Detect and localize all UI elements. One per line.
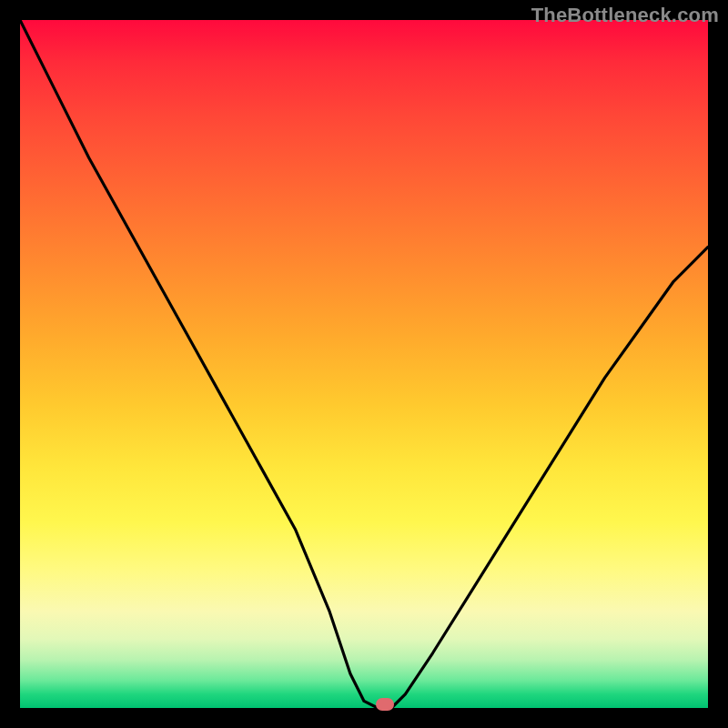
chart-frame: TheBottleneck.com [0, 0, 728, 728]
bottleneck-curve-svg [20, 20, 708, 708]
bottleneck-curve-path [20, 20, 708, 708]
optimal-point-marker [376, 698, 394, 711]
watermark-text: TheBottleneck.com [531, 4, 719, 27]
